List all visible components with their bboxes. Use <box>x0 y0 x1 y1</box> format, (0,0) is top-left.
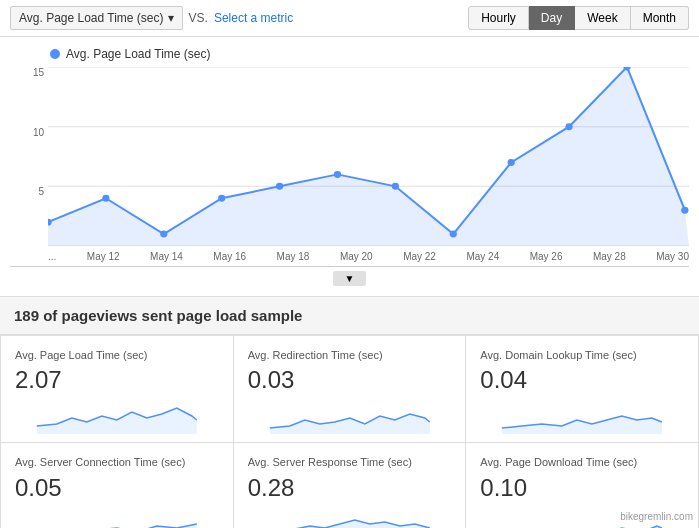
top-bar: Avg. Page Load Time (sec) ▾ VS. Select a… <box>0 0 699 37</box>
metric-dropdown[interactable]: Avg. Page Load Time (sec) ▾ <box>10 6 183 30</box>
metric-card-title-0: Avg. Page Load Time (sec) <box>15 348 219 362</box>
metric-card-2: Avg. Domain Lookup Time (sec) 0.04 <box>466 336 698 442</box>
sparkline-3 <box>15 506 219 528</box>
metric-selector: Avg. Page Load Time (sec) ▾ VS. Select a… <box>10 6 293 30</box>
week-button[interactable]: Week <box>575 6 630 30</box>
x-label-4: May 18 <box>277 251 310 262</box>
x-label-1: May 12 <box>87 251 120 262</box>
x-label-6: May 22 <box>403 251 436 262</box>
time-buttons: Hourly Day Week Month <box>468 6 689 30</box>
metric-card-title-3: Avg. Server Connection Time (sec) <box>15 455 219 469</box>
metric-card-title-2: Avg. Domain Lookup Time (sec) <box>480 348 684 362</box>
metric-card-value-5: 0.10 <box>480 474 684 502</box>
y-axis: 15 10 5 <box>10 67 48 246</box>
vs-label: VS. <box>189 11 208 25</box>
svg-point-11 <box>392 183 399 190</box>
svg-point-14 <box>565 123 572 130</box>
scroll-indicator: ▼ <box>10 267 689 290</box>
metric-card-title-5: Avg. Page Download Time (sec) <box>480 455 684 469</box>
svg-point-7 <box>160 231 167 238</box>
svg-point-6 <box>102 195 109 202</box>
metric-card-0: Avg. Page Load Time (sec) 2.07 <box>1 336 233 442</box>
x-label-0: ... <box>48 251 56 262</box>
summary-text: 189 of pageviews sent page load sample <box>14 307 302 324</box>
y-label-5: 5 <box>10 186 48 197</box>
metric-card-4: Avg. Server Response Time (sec) 0.28 <box>234 443 466 528</box>
svg-marker-17 <box>37 408 197 434</box>
x-label-2: May 14 <box>150 251 183 262</box>
svg-point-10 <box>334 171 341 178</box>
summary-bar: 189 of pageviews sent page load sample <box>0 296 699 335</box>
svg-marker-4 <box>48 67 689 246</box>
svg-point-8 <box>218 195 225 202</box>
metric-dropdown-label: Avg. Page Load Time (sec) <box>19 11 164 25</box>
x-label-7: May 24 <box>466 251 499 262</box>
metric-card-value-0: 2.07 <box>15 366 219 394</box>
metric-card-value-4: 0.28 <box>248 474 452 502</box>
legend-label: Avg. Page Load Time (sec) <box>66 47 211 61</box>
legend-dot <box>50 49 60 59</box>
select-metric-link[interactable]: Select a metric <box>214 11 293 25</box>
svg-point-16 <box>681 207 688 214</box>
x-label-9: May 28 <box>593 251 626 262</box>
x-label-3: May 16 <box>213 251 246 262</box>
svg-point-9 <box>276 183 283 190</box>
metric-card-title-4: Avg. Server Response Time (sec) <box>248 455 452 469</box>
month-button[interactable]: Month <box>631 6 689 30</box>
day-button[interactable]: Day <box>529 6 575 30</box>
metric-card-value-2: 0.04 <box>480 366 684 394</box>
watermark: bikegremlin.com <box>620 511 693 522</box>
sparkline-0 <box>15 398 219 434</box>
x-label-10: May 30 <box>656 251 689 262</box>
chart-svg <box>48 67 689 246</box>
hourly-button[interactable]: Hourly <box>468 6 529 30</box>
metric-card-1: Avg. Redirection Time (sec) 0.03 <box>234 336 466 442</box>
sparkline-4 <box>248 506 452 528</box>
chart-area: Avg. Page Load Time (sec) 15 10 5 <box>0 37 699 290</box>
metric-card-value-1: 0.03 <box>248 366 452 394</box>
svg-point-12 <box>450 231 457 238</box>
metric-card-3: Avg. Server Connection Time (sec) 0.05 <box>1 443 233 528</box>
sparkline-1 <box>248 398 452 434</box>
metric-card-value-3: 0.05 <box>15 474 219 502</box>
x-axis: ... May 12 May 14 May 16 May 18 May 20 M… <box>48 246 689 266</box>
chart-wrapper: 15 10 5 <box>10 67 689 267</box>
sparkline-2 <box>480 398 684 434</box>
scroll-button[interactable]: ▼ <box>333 271 367 286</box>
chart-legend: Avg. Page Load Time (sec) <box>10 47 689 61</box>
x-label-8: May 26 <box>530 251 563 262</box>
y-label-10: 10 <box>10 127 48 138</box>
metrics-grid: Avg. Page Load Time (sec) 2.07 Avg. Redi… <box>0 335 699 528</box>
dropdown-arrow-icon: ▾ <box>168 11 174 25</box>
y-label-15: 15 <box>10 67 48 78</box>
svg-point-13 <box>508 159 515 166</box>
metric-card-title-1: Avg. Redirection Time (sec) <box>248 348 452 362</box>
x-label-5: May 20 <box>340 251 373 262</box>
